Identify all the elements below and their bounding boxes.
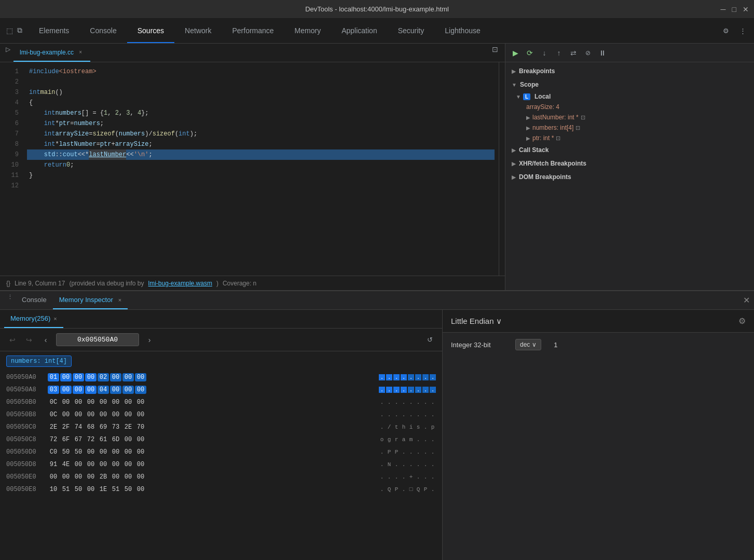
hex-byte[interactable]: 1E — [98, 486, 109, 493]
hex-byte[interactable]: 00 — [110, 473, 121, 481]
more-icon[interactable]: ⋮ — [735, 24, 750, 38]
local-section[interactable]: ▼ L Local — [505, 91, 754, 102]
tab-sources[interactable]: Sources — [127, 19, 174, 43]
hex-byte[interactable]: 00 — [85, 411, 97, 418]
hex-byte[interactable]: 2E — [48, 424, 59, 431]
hex-byte[interactable]: 0C — [48, 399, 59, 406]
cursor-icon[interactable]: ⬚ — [6, 26, 13, 35]
hex-byte[interactable]: 00 — [135, 399, 146, 406]
hex-byte[interactable]: 50 — [73, 486, 84, 493]
hex-byte[interactable]: 2F — [60, 424, 72, 431]
hex-byte[interactable]: 00 — [85, 461, 97, 468]
hex-byte[interactable]: 00 — [73, 399, 84, 406]
hex-byte[interactable]: 73 — [110, 424, 121, 431]
device-icon[interactable]: ⧉ — [17, 26, 22, 35]
hex-byte[interactable]: 70 — [135, 424, 146, 431]
hex-byte[interactable]: 00 — [110, 399, 121, 406]
scope-section[interactable]: ▼ Scope — [505, 78, 754, 91]
memory-subtab-256[interactable]: Memory(256) × — [4, 310, 63, 328]
memory-subtab-close[interactable]: × — [53, 316, 57, 322]
hex-byte[interactable]: 2B — [98, 473, 109, 481]
hex-byte[interactable]: 00 — [135, 473, 146, 481]
hex-byte[interactable]: 00 — [122, 399, 134, 406]
hex-byte[interactable]: 00 — [98, 411, 109, 418]
hex-byte[interactable]: 68 — [85, 424, 97, 431]
memory-address-input[interactable] — [56, 333, 139, 346]
memory-prev-button[interactable]: ‹ — [39, 334, 52, 346]
resume-button[interactable]: ▶ — [510, 47, 521, 59]
hex-byte[interactable]: 50 — [60, 448, 72, 456]
hex-byte[interactable]: 2E — [122, 424, 134, 431]
step-out-button[interactable]: ⇄ — [568, 47, 579, 59]
hex-byte[interactable]: 00 — [110, 461, 121, 468]
pause-button[interactable]: ⟳ — [524, 47, 536, 59]
tab-memory[interactable]: Memory — [284, 19, 332, 43]
hex-byte[interactable]: 00 — [85, 448, 97, 456]
tab-lighthouse[interactable]: Lighthouse — [434, 19, 491, 43]
hex-byte[interactable]: 00 — [110, 386, 121, 394]
int-format-selector[interactable]: dec ∨ — [515, 339, 541, 350]
ptr-item[interactable]: ▶ ptr: int * ⊡ — [505, 133, 754, 143]
hex-byte[interactable]: 00 — [135, 461, 146, 468]
hex-byte[interactable]: 51 — [60, 486, 72, 493]
hex-byte[interactable]: 00 — [135, 448, 146, 456]
memory-next-button[interactable]: › — [143, 334, 156, 346]
file-tab-main[interactable]: lmi-bug-example.cc × — [13, 44, 90, 62]
close-icon[interactable]: ✕ — [743, 5, 749, 13]
hex-byte[interactable]: 74 — [73, 424, 84, 431]
hex-byte[interactable]: 00 — [122, 386, 134, 394]
hex-byte[interactable]: 00 — [60, 473, 72, 481]
hex-byte[interactable]: 00 — [110, 411, 121, 418]
hex-byte[interactable]: 00 — [98, 448, 109, 456]
hex-byte[interactable]: 00 — [98, 399, 109, 406]
hex-byte[interactable]: 00 — [110, 448, 121, 456]
hex-byte[interactable]: 00 — [122, 436, 134, 443]
pause-on-exception[interactable]: ⏸ — [597, 47, 608, 59]
hex-byte[interactable]: 6F — [60, 436, 72, 443]
lastnumber-item[interactable]: ▶ lastNumber: int * ⊡ — [505, 112, 754, 122]
hex-byte[interactable]: 00 — [85, 486, 97, 493]
tab-network[interactable]: Network — [174, 19, 222, 43]
hex-byte[interactable]: 00 — [60, 373, 72, 381]
breakpoints-section[interactable]: ▶ Breakpoints — [505, 64, 754, 78]
memory-refresh-button[interactable]: ↺ — [423, 334, 436, 346]
hex-byte[interactable]: 00 — [73, 386, 84, 394]
tab-performance[interactable]: Performance — [222, 19, 284, 43]
hex-byte[interactable]: 10 — [48, 486, 59, 493]
hex-byte[interactable]: 00 — [135, 373, 146, 381]
wasm-link[interactable]: lmi-bug-example.wasm — [148, 280, 212, 287]
hex-byte[interactable]: 67 — [73, 436, 84, 443]
hex-byte[interactable]: 00 — [73, 473, 84, 481]
hex-byte[interactable]: 00 — [85, 473, 97, 481]
hex-byte[interactable]: 50 — [122, 486, 134, 493]
hex-byte[interactable]: 72 — [48, 436, 59, 443]
hex-byte[interactable]: 04 — [98, 386, 109, 394]
callstack-section[interactable]: ▶ Call Stack — [505, 143, 754, 157]
hex-byte[interactable]: 4E — [60, 461, 72, 468]
hex-byte[interactable]: 01 — [48, 373, 59, 381]
numbers-item[interactable]: ▶ numbers: int[4] ⊡ — [505, 122, 754, 133]
hex-byte[interactable]: 00 — [73, 373, 84, 381]
hex-byte[interactable]: 00 — [135, 411, 146, 418]
hex-byte[interactable]: 51 — [110, 486, 121, 493]
hex-byte[interactable]: 72 — [85, 436, 97, 443]
hex-byte[interactable]: 91 — [48, 461, 59, 468]
bottom-panel-close[interactable]: ✕ — [743, 291, 750, 309]
hex-byte[interactable]: 00 — [122, 448, 134, 456]
memory-inspector-close[interactable]: × — [118, 297, 121, 303]
hex-byte[interactable]: 02 — [98, 373, 109, 381]
memory-forward-button[interactable]: ↪ — [23, 334, 35, 346]
dom-section[interactable]: ▶ DOM Breakpoints — [505, 170, 754, 184]
tab-console-bottom[interactable]: Console — [16, 291, 53, 309]
hex-byte[interactable]: 0C — [48, 411, 59, 418]
hex-byte[interactable]: 00 — [85, 386, 97, 394]
hex-byte[interactable]: 00 — [60, 411, 72, 418]
hex-byte[interactable]: 00 — [48, 473, 59, 481]
hex-byte[interactable]: C0 — [48, 448, 59, 456]
hex-byte[interactable]: 61 — [98, 436, 109, 443]
hex-byte[interactable]: 00 — [122, 461, 134, 468]
editor-scrollbar[interactable] — [499, 62, 505, 276]
xhr-section[interactable]: ▶ XHR/fetch Breakpoints — [505, 157, 754, 170]
bottom-panel-toggle[interactable]: ⋮ — [4, 291, 16, 303]
tab-elements[interactable]: Elements — [29, 19, 79, 43]
